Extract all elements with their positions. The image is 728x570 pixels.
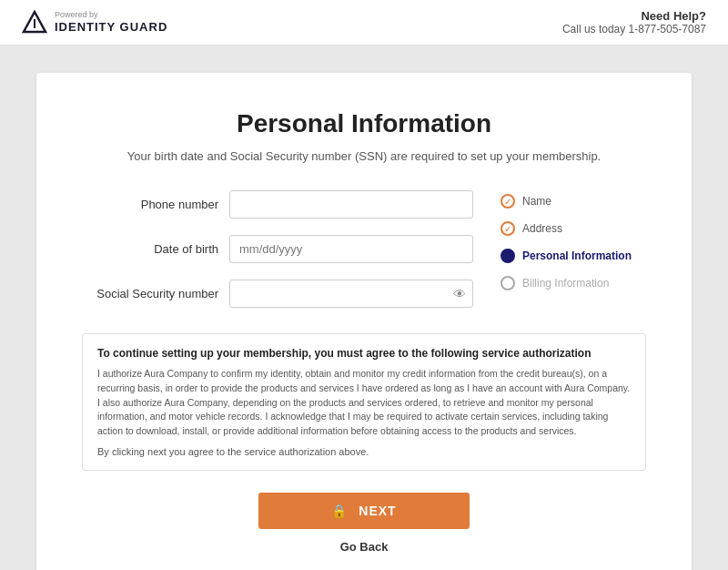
phone-input[interactable] xyxy=(229,190,473,219)
logo-text: Powered by IDENTITY GUARD xyxy=(55,10,167,34)
auth-box: To continue setting up your membership, … xyxy=(82,333,646,471)
ssn-input-wrapper: 👁 xyxy=(229,280,473,308)
step-personal-label: Personal Information xyxy=(522,249,632,262)
step-billing: Billing Information xyxy=(500,276,646,290)
step-address-label: Address xyxy=(522,222,562,235)
lock-icon: 🔒 xyxy=(331,504,348,518)
logo-tagline: Powered by xyxy=(55,10,167,20)
header-help: Need Help? Call us today 1-877-505-7087 xyxy=(562,9,706,36)
step-name: ✓ Name xyxy=(500,194,646,209)
next-button[interactable]: 🔒 NEXT xyxy=(258,493,469,529)
step-address-circle: ✓ xyxy=(500,221,515,236)
logo-area: Powered by IDENTITY GUARD xyxy=(22,10,167,36)
page-title: Personal Information xyxy=(237,109,491,138)
page-subtitle: Your birth date and Social Security numb… xyxy=(127,149,602,163)
step-billing-circle xyxy=(500,276,515,290)
header: Powered by IDENTITY GUARD Need Help? Cal… xyxy=(0,0,728,46)
auth-body: I authorize Aura Company to confirm my i… xyxy=(97,367,631,439)
brand-name: IDENTITY GUARD xyxy=(55,20,167,35)
ssn-row: Social Security number 👁 xyxy=(82,280,473,308)
auth-agree: By clicking next you agree to the servic… xyxy=(97,446,631,457)
form-section: Phone number Date of birth Social Securi… xyxy=(82,190,473,308)
next-label: NEXT xyxy=(359,504,396,518)
step-personal-circle xyxy=(500,249,515,263)
steps-section: ✓ Name ✓ Address Personal Information Bi… xyxy=(500,190,646,308)
step-billing-label: Billing Information xyxy=(522,277,609,290)
step-address: ✓ Address xyxy=(500,221,646,236)
card: Personal Information Your birth date and… xyxy=(36,73,692,570)
main-wrapper: Personal Information Your birth date and… xyxy=(0,46,728,570)
form-steps-row: Phone number Date of birth Social Securi… xyxy=(82,190,646,308)
step-personal: Personal Information xyxy=(500,249,646,263)
step-name-circle: ✓ xyxy=(500,194,515,209)
phone-label: Phone number xyxy=(82,198,218,211)
step-name-label: Name xyxy=(522,195,551,208)
logo-icon xyxy=(22,10,47,36)
ssn-input[interactable] xyxy=(229,280,473,308)
dob-label: Date of birth xyxy=(82,242,218,256)
phone-label: Call us today 1-877-505-7087 xyxy=(562,23,706,36)
auth-title: To continue setting up your membership, … xyxy=(97,347,631,360)
eye-icon[interactable]: 👁 xyxy=(453,287,466,301)
ssn-label: Social Security number xyxy=(82,287,218,300)
dob-input[interactable] xyxy=(229,235,473,263)
need-help-label: Need Help? xyxy=(562,9,706,23)
phone-row: Phone number xyxy=(82,190,473,219)
go-back-link[interactable]: Go Back xyxy=(340,540,389,554)
dob-row: Date of birth xyxy=(82,235,473,263)
